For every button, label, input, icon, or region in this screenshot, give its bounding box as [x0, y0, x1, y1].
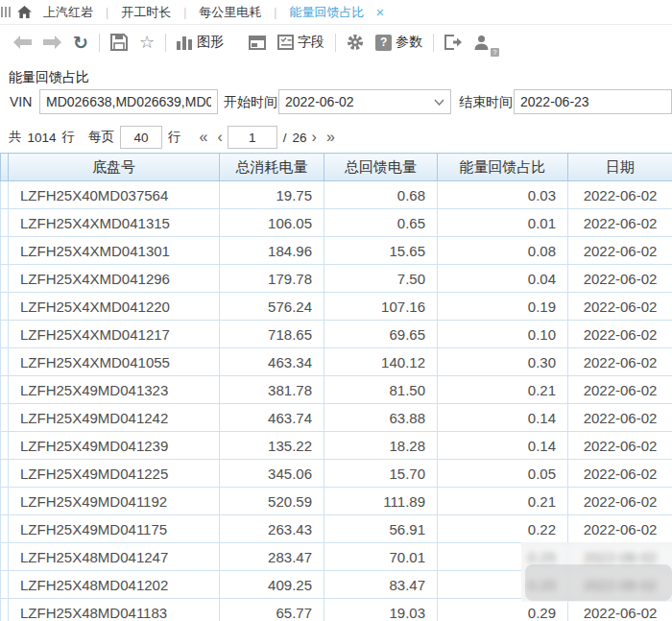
chassis-cell: LZFH25X4XMD041315 [9, 209, 220, 237]
close-tab-icon[interactable]: × [375, 4, 384, 20]
start-date-select[interactable]: 2022-06-02 [278, 89, 451, 114]
gear-icon [347, 34, 364, 51]
col-date[interactable]: 日期 [568, 154, 672, 181]
tab-separator: | [97, 6, 117, 19]
regen-cell: 7.50 [324, 265, 438, 293]
page-size-input[interactable] [120, 126, 162, 149]
col-total-regen[interactable]: 总回馈电量 [324, 154, 438, 181]
ratio-cell: 0.03 [438, 181, 568, 209]
tab-per-km-consumption[interactable]: 每公里电耗 [195, 4, 265, 21]
tab-work-hours[interactable]: 开工时长 [117, 4, 175, 21]
tab-separator: | [175, 6, 195, 19]
consumed-cell: 576.24 [220, 293, 324, 321]
end-time-label: 结束时间 [459, 94, 513, 111]
total-pages: 26 [293, 131, 307, 145]
table-row[interactable]: LZFH25X49MD041175263.4356.910.222022-06-… [1, 515, 672, 543]
date-cell: 2022-06-02 [568, 209, 672, 237]
save-button[interactable] [105, 30, 133, 55]
table-row[interactable]: LZFH25X4XMD041301184.9615.650.082022-06-… [1, 237, 672, 265]
date-cell: 2022-06-02 [568, 460, 672, 488]
consumed-cell: 345.06 [220, 460, 324, 488]
tab-bar: 上汽红岩 | 开工时长 | 每公里电耗 | 能量回馈占比 × [0, 0, 672, 25]
vin-label: VIN [10, 94, 32, 109]
forward-button[interactable] [37, 30, 67, 55]
table-row[interactable]: LZFH25X4XMD041315106.050.650.012022-06-0… [1, 209, 672, 237]
per-page-unit: 行 [168, 129, 181, 146]
chassis-cell: LZFH25X49MD041175 [9, 515, 220, 543]
chassis-cell: LZFH25X49MD041192 [9, 488, 220, 515]
regen-cell: 140.12 [324, 348, 438, 376]
refresh-button[interactable]: ↻ [67, 30, 94, 55]
grip-icon[interactable] [1, 7, 11, 17]
rows-unit: 行 [62, 129, 76, 146]
toolbar-divider [433, 34, 434, 52]
last-page-button[interactable]: » [322, 129, 340, 146]
chart-button[interactable]: 图形 [171, 30, 229, 55]
vin-input[interactable] [39, 89, 218, 114]
layout-button[interactable] [243, 30, 272, 55]
export-button[interactable] [439, 30, 468, 55]
fields-button[interactable]: 字段 [272, 30, 330, 55]
bar-chart-icon [177, 35, 193, 50]
table-row[interactable]: LZFH25X49MD041192520.59111.890.212022-06… [1, 488, 672, 515]
table-row[interactable]: LZFH25X49MD041239135.2218.280.142022-06-… [1, 432, 672, 460]
user-button[interactable]: ? [468, 30, 495, 55]
row-gutter [1, 293, 9, 321]
tab-energy-regen-ratio[interactable]: 能量回馈占比 [285, 4, 368, 21]
ratio-cell: 0.08 [438, 237, 568, 265]
next-page-button[interactable]: › [307, 129, 322, 146]
total-rows: 1014 [28, 131, 57, 145]
chassis-cell: LZFH25X4XMD041301 [9, 237, 220, 265]
star-icon: ☆ [139, 34, 155, 51]
table-row[interactable]: LZFH25X40MD03756419.750.680.032022-06-02 [1, 181, 672, 209]
row-gutter [1, 181, 9, 209]
date-cell: 2022-06-02 [568, 348, 672, 376]
table-row[interactable]: LZFH25X4XMD041296179.787.500.042022-06-0… [1, 265, 672, 293]
chassis-cell: LZFH25X49MD041225 [9, 460, 220, 488]
ratio-cell: 0.14 [438, 404, 568, 432]
chassis-cell: LZFH25X4XMD041220 [9, 293, 220, 321]
date-cell: 2022-06-02 [568, 293, 672, 321]
first-page-button[interactable]: « [195, 129, 213, 146]
settings-button[interactable] [341, 30, 370, 55]
row-gutter [1, 488, 9, 515]
col-regen-ratio[interactable]: 能量回馈占比 [438, 154, 568, 181]
row-gutter [1, 460, 9, 488]
tab-home[interactable]: 上汽红岩 [39, 4, 97, 21]
ratio-cell: 0.19 [438, 293, 568, 321]
consumed-cell: 409.25 [220, 571, 324, 599]
page-separator: / [283, 131, 287, 145]
table-row[interactable]: LZFH25X49MD041323381.7881.500.212022-06-… [1, 376, 672, 404]
regen-cell: 0.68 [324, 181, 438, 209]
home-icon[interactable] [17, 6, 32, 19]
date-cell: 2022-06-02 [568, 488, 672, 515]
col-total-consumed[interactable]: 总消耗电量 [220, 154, 324, 181]
back-button[interactable] [8, 30, 37, 55]
table-row[interactable]: LZFH25X4XMD041217718.6569.650.102022-06-… [1, 321, 672, 348]
table-row[interactable]: LZFH25X4XMD041055463.34140.120.302022-06… [1, 348, 672, 376]
date-cell: 2022-06-02 [568, 321, 672, 348]
gutter-header [1, 154, 9, 181]
toolbar: ↻ ☆ 图形 [0, 25, 672, 60]
consumed-cell: 283.47 [220, 543, 324, 571]
consumed-cell: 135.22 [220, 432, 324, 460]
favorite-button[interactable]: ☆ [133, 30, 160, 55]
page-title: 能量回馈占比 [9, 69, 89, 86]
table-row[interactable]: LZFH25X48MD04118365.7719.030.292022-06-0… [1, 599, 672, 621]
export-icon [444, 35, 462, 50]
ratio-cell: 0.21 [438, 376, 568, 404]
ratio-cell: 0.01 [438, 209, 568, 237]
tab-separator: | [265, 6, 285, 19]
user-icon [473, 35, 490, 51]
prev-page-button[interactable]: ‹ [212, 129, 227, 146]
consumed-cell: 520.59 [220, 488, 324, 515]
end-date-input[interactable] [514, 89, 672, 114]
ratio-cell: 0.21 [438, 488, 568, 515]
params-button[interactable]: ? 参数 [370, 30, 428, 55]
col-chassis[interactable]: 底盘号 [9, 154, 220, 181]
consumed-cell: 184.96 [220, 237, 324, 265]
table-row[interactable]: LZFH25X49MD041225345.0615.700.052022-06-… [1, 460, 672, 488]
table-row[interactable]: LZFH25X49MD041242463.7463.880.142022-06-… [1, 404, 672, 432]
current-page-input[interactable] [228, 126, 277, 149]
table-row[interactable]: LZFH25X4XMD041220576.24107.160.192022-06… [1, 293, 672, 321]
